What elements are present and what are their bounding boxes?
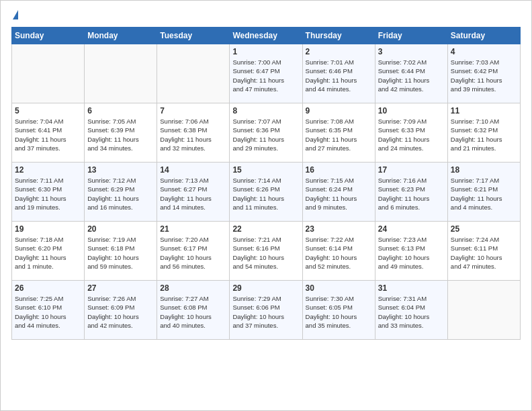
day-info: Sunrise: 7:02 AMSunset: 6:44 PMDaylight:… [378,58,445,93]
day-info: Sunrise: 7:26 AMSunset: 6:09 PMDaylight:… [87,294,154,330]
day-number: 11 [451,106,517,116]
day-number: 5 [15,106,81,116]
weekday-header-saturday: Saturday [447,28,520,44]
day-number: 28 [160,283,226,293]
calendar-cell: 6Sunrise: 7:05 AMSunset: 6:39 PMDaylight… [85,103,157,163]
calendar-cell: 15Sunrise: 7:14 AMSunset: 6:26 PMDayligh… [230,163,302,222]
day-info: Sunrise: 7:04 AMSunset: 6:41 PMDaylight:… [15,117,81,152]
day-number: 19 [15,224,81,234]
day-info: Sunrise: 7:12 AMSunset: 6:29 PMDaylight:… [87,176,154,212]
calendar-cell: 12Sunrise: 7:11 AMSunset: 6:30 PMDayligh… [12,163,85,222]
calendar-page: SundayMondayTuesdayWednesdayThursdayFrid… [0,0,532,411]
week-row-4: 19Sunrise: 7:18 AMSunset: 6:20 PMDayligh… [12,222,521,281]
calendar-cell: 10Sunrise: 7:09 AMSunset: 6:33 PMDayligh… [375,103,447,163]
logo [11,7,18,21]
week-row-2: 5Sunrise: 7:04 AMSunset: 6:41 PMDaylight… [12,103,521,163]
calendar-cell [157,44,230,103]
day-info: Sunrise: 7:20 AMSunset: 6:17 PMDaylight:… [160,235,226,271]
day-info: Sunrise: 7:27 AMSunset: 6:08 PMDaylight:… [160,294,226,330]
calendar-cell: 11Sunrise: 7:10 AMSunset: 6:32 PMDayligh… [447,103,520,163]
day-number: 12 [15,165,81,175]
calendar-cell: 31Sunrise: 7:31 AMSunset: 6:04 PMDayligh… [375,281,447,340]
calendar-cell: 27Sunrise: 7:26 AMSunset: 6:09 PMDayligh… [85,281,157,340]
calendar-cell: 16Sunrise: 7:15 AMSunset: 6:24 PMDayligh… [302,163,375,222]
day-number: 17 [378,165,445,175]
calendar-cell: 5Sunrise: 7:04 AMSunset: 6:41 PMDaylight… [12,103,85,163]
day-info: Sunrise: 7:10 AMSunset: 6:32 PMDaylight:… [451,117,517,152]
day-info: Sunrise: 7:15 AMSunset: 6:24 PMDaylight:… [306,176,372,212]
calendar-cell [12,44,85,103]
day-info: Sunrise: 7:11 AMSunset: 6:30 PMDaylight:… [15,176,81,212]
day-number: 14 [160,165,226,175]
calendar-cell: 24Sunrise: 7:23 AMSunset: 6:13 PMDayligh… [375,222,447,281]
day-info: Sunrise: 7:17 AMSunset: 6:21 PMDaylight:… [451,176,517,212]
logo-triangle-icon [13,10,18,19]
calendar-cell: 19Sunrise: 7:18 AMSunset: 6:20 PMDayligh… [12,222,85,281]
calendar-cell [85,44,157,103]
day-info: Sunrise: 7:29 AMSunset: 6:06 PMDaylight:… [232,294,299,330]
day-number: 30 [306,283,372,293]
day-number: 15 [232,165,299,175]
day-number: 29 [232,283,299,293]
calendar-cell: 30Sunrise: 7:30 AMSunset: 6:05 PMDayligh… [302,281,375,340]
day-number: 22 [232,224,299,234]
day-info: Sunrise: 7:01 AMSunset: 6:46 PMDaylight:… [306,58,372,93]
day-number: 4 [451,47,517,56]
calendar-cell: 2Sunrise: 7:01 AMSunset: 6:46 PMDaylight… [302,44,375,103]
day-number: 9 [306,106,372,116]
day-number: 2 [306,47,372,56]
day-info: Sunrise: 7:07 AMSunset: 6:36 PMDaylight:… [232,117,299,152]
day-info: Sunrise: 7:00 AMSunset: 6:47 PMDaylight:… [232,58,299,93]
day-number: 25 [451,224,517,234]
week-row-5: 26Sunrise: 7:25 AMSunset: 6:10 PMDayligh… [12,281,521,340]
day-number: 16 [306,165,372,175]
day-number: 23 [306,224,372,234]
day-number: 31 [378,283,445,293]
day-info: Sunrise: 7:16 AMSunset: 6:23 PMDaylight:… [378,176,445,212]
calendar-cell: 23Sunrise: 7:22 AMSunset: 6:14 PMDayligh… [302,222,375,281]
day-number: 8 [232,106,299,116]
day-info: Sunrise: 7:25 AMSunset: 6:10 PMDaylight:… [15,294,81,330]
calendar-cell: 20Sunrise: 7:19 AMSunset: 6:18 PMDayligh… [85,222,157,281]
day-number: 10 [378,106,445,116]
day-info: Sunrise: 7:05 AMSunset: 6:39 PMDaylight:… [87,117,154,152]
day-number: 18 [451,165,517,175]
calendar-cell: 18Sunrise: 7:17 AMSunset: 6:21 PMDayligh… [447,163,520,222]
day-number: 26 [15,283,81,293]
day-info: Sunrise: 7:18 AMSunset: 6:20 PMDaylight:… [15,235,81,271]
calendar-cell: 25Sunrise: 7:24 AMSunset: 6:11 PMDayligh… [447,222,520,281]
calendar-cell [447,281,520,340]
weekday-header-thursday: Thursday [302,28,375,44]
day-info: Sunrise: 7:21 AMSunset: 6:16 PMDaylight:… [232,235,299,271]
calendar-cell: 28Sunrise: 7:27 AMSunset: 6:08 PMDayligh… [157,281,230,340]
week-row-3: 12Sunrise: 7:11 AMSunset: 6:30 PMDayligh… [12,163,521,222]
day-info: Sunrise: 7:23 AMSunset: 6:13 PMDaylight:… [378,235,445,271]
day-info: Sunrise: 7:24 AMSunset: 6:11 PMDaylight:… [451,235,517,271]
calendar-cell: 21Sunrise: 7:20 AMSunset: 6:17 PMDayligh… [157,222,230,281]
weekday-header-row: SundayMondayTuesdayWednesdayThursdayFrid… [12,28,521,44]
calendar-cell: 9Sunrise: 7:08 AMSunset: 6:35 PMDaylight… [302,103,375,163]
day-number: 24 [378,224,445,234]
day-number: 1 [232,47,299,56]
day-info: Sunrise: 7:09 AMSunset: 6:33 PMDaylight:… [378,117,445,152]
day-number: 21 [160,224,226,234]
calendar-cell: 17Sunrise: 7:16 AMSunset: 6:23 PMDayligh… [375,163,447,222]
weekday-header-sunday: Sunday [12,28,85,44]
calendar-cell: 3Sunrise: 7:02 AMSunset: 6:44 PMDaylight… [375,44,447,103]
calendar-table: SundayMondayTuesdayWednesdayThursdayFrid… [11,27,521,340]
calendar-cell: 4Sunrise: 7:03 AMSunset: 6:42 PMDaylight… [447,44,520,103]
calendar-cell: 29Sunrise: 7:29 AMSunset: 6:06 PMDayligh… [230,281,302,340]
day-info: Sunrise: 7:14 AMSunset: 6:26 PMDaylight:… [232,176,299,212]
day-number: 13 [87,165,154,175]
calendar-cell: 8Sunrise: 7:07 AMSunset: 6:36 PMDaylight… [230,103,302,163]
day-info: Sunrise: 7:22 AMSunset: 6:14 PMDaylight:… [306,235,372,271]
calendar-cell: 14Sunrise: 7:13 AMSunset: 6:27 PMDayligh… [157,163,230,222]
weekday-header-wednesday: Wednesday [230,28,302,44]
calendar-cell: 1Sunrise: 7:00 AMSunset: 6:47 PMDaylight… [230,44,302,103]
day-info: Sunrise: 7:03 AMSunset: 6:42 PMDaylight:… [451,58,517,93]
day-info: Sunrise: 7:08 AMSunset: 6:35 PMDaylight:… [306,117,372,152]
weekday-header-tuesday: Tuesday [157,28,230,44]
calendar-cell: 26Sunrise: 7:25 AMSunset: 6:10 PMDayligh… [12,281,85,340]
calendar-cell: 22Sunrise: 7:21 AMSunset: 6:16 PMDayligh… [230,222,302,281]
calendar-cell: 7Sunrise: 7:06 AMSunset: 6:38 PMDaylight… [157,103,230,163]
